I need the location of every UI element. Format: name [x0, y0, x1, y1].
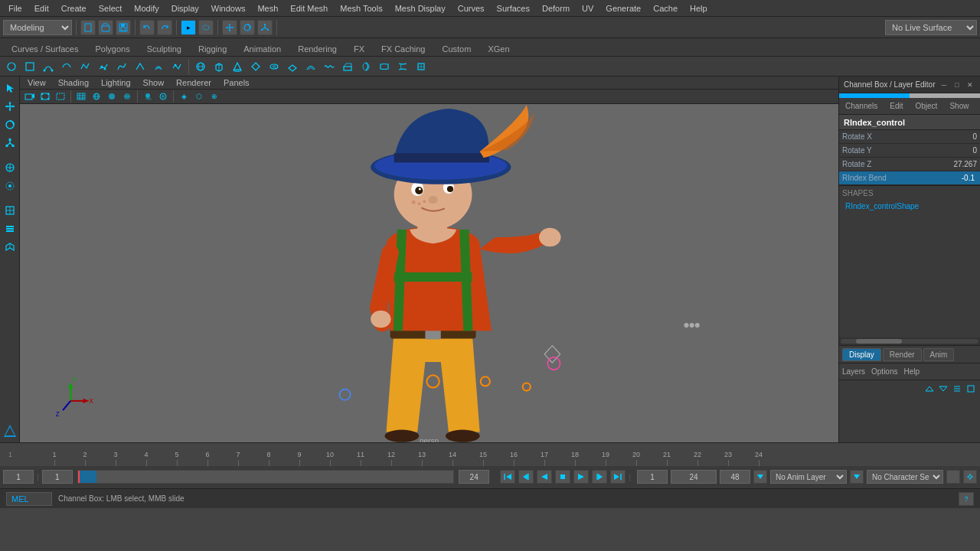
surface-birail-tool[interactable] [394, 58, 411, 75]
tab-rendering[interactable]: Rendering [289, 41, 345, 56]
surface-square-tool[interactable] [413, 58, 430, 75]
move-tool-btn[interactable] [222, 20, 237, 35]
menu-generate[interactable]: Generate [600, 2, 646, 15]
vp-camera-btn[interactable] [23, 90, 37, 103]
surface-sphere-tool[interactable] [192, 58, 209, 75]
surface-revolve-tool[interactable] [358, 58, 374, 75]
menu-edit-mesh[interactable]: Edit Mesh [285, 2, 333, 15]
cb-close-btn[interactable]: ✕ [965, 80, 975, 90]
curve-tool-6[interactable] [95, 58, 112, 75]
timeline-scrubber[interactable] [77, 470, 454, 484]
range-end-field[interactable]: 24 [459, 470, 489, 484]
tab-animation[interactable]: Animation [235, 41, 289, 56]
tab-fx[interactable]: FX [345, 41, 373, 56]
surface-cube-tool[interactable] [211, 58, 227, 75]
surface-bend-tool[interactable] [302, 58, 319, 75]
vp-wireframe-btn[interactable] [90, 90, 103, 103]
channel-rotate-y[interactable]: Rotate Y 0 [839, 144, 980, 158]
layer-icon-3[interactable] [951, 383, 963, 395]
menu-uv[interactable]: UV [577, 2, 599, 15]
viewport-menu-show[interactable]: Show [139, 77, 169, 89]
surface-loft-tool[interactable] [376, 58, 393, 75]
viewport-menu-renderer[interactable]: Renderer [172, 77, 216, 89]
curve-tool-4[interactable] [58, 58, 75, 75]
open-scene-btn[interactable] [98, 20, 113, 35]
menu-modify[interactable]: Modify [129, 2, 164, 15]
surface-wave-tool[interactable] [321, 58, 338, 75]
menu-deform[interactable]: Deform [537, 2, 575, 15]
viewport-menu-view[interactable]: View [23, 77, 51, 89]
playback-end-field[interactable]: 24 [671, 470, 717, 484]
layer-tab-options[interactable]: Options [871, 367, 897, 376]
layer-button[interactable] [2, 239, 18, 256]
anim-layer-options-btn[interactable] [850, 470, 864, 484]
stop-btn[interactable] [555, 470, 570, 484]
vp-shaded-btn[interactable] [105, 90, 119, 103]
menu-windows[interactable]: Windows [206, 2, 251, 15]
menu-mesh-tools[interactable]: Mesh Tools [335, 2, 387, 15]
curve-tool-9[interactable] [150, 58, 167, 75]
char-set-select[interactable]: No Character Set [867, 470, 943, 484]
menu-file[interactable]: File [3, 2, 28, 15]
layer-icon-4[interactable] [965, 383, 977, 395]
channel-rotate-z[interactable]: Rotate Z 27.267 [839, 158, 980, 171]
playback-options-btn[interactable] [753, 470, 767, 484]
select-tool-btn[interactable]: ▸ [181, 20, 196, 35]
curve-tool-10[interactable] [168, 58, 185, 75]
vp-ao-btn[interactable] [156, 90, 170, 103]
tab-curves-surfaces[interactable]: Curves / Surfaces [3, 41, 87, 56]
menu-cache[interactable]: Cache [648, 2, 683, 15]
surface-torus-tool[interactable] [266, 58, 283, 75]
playback-start-field[interactable] [637, 470, 668, 484]
dra-tab-anim[interactable]: Anim [923, 348, 955, 361]
channel-tab-edit[interactable]: Edit [887, 100, 906, 112]
curve-tool-3[interactable] [40, 58, 57, 75]
menu-display[interactable]: Display [166, 2, 204, 15]
layer-tab-help[interactable]: Help [903, 367, 920, 376]
curve-tool-5[interactable] [77, 58, 93, 75]
surface-diamond-tool[interactable] [247, 58, 264, 75]
step-back-btn[interactable] [518, 470, 534, 484]
viewport-menu-shading[interactable]: Shading [54, 77, 93, 89]
vp-texture-btn[interactable] [120, 90, 134, 103]
display-layer-tool[interactable] [2, 220, 18, 237]
dra-tab-render[interactable]: Render [883, 348, 922, 361]
rotate-tool-btn[interactable] [240, 20, 255, 35]
undo-btn[interactable] [139, 20, 155, 35]
show-hide-tool[interactable] [2, 202, 18, 219]
rotate-tool[interactable] [2, 116, 18, 133]
menu-surfaces[interactable]: Surfaces [492, 2, 535, 15]
tab-rigging[interactable]: Rigging [190, 41, 235, 56]
layer-icon-1[interactable] [923, 383, 936, 395]
layer-tab-layers[interactable]: Layers [842, 367, 865, 376]
menu-edit[interactable]: Edit [29, 2, 54, 15]
range-start-field[interactable]: 1 [42, 470, 73, 484]
new-scene-btn[interactable] [80, 20, 96, 35]
curve-tool-7[interactable] [113, 58, 130, 75]
settings-btn[interactable] [963, 470, 977, 484]
viewport-menu-panels[interactable]: Panels [219, 77, 254, 89]
workspace-dropdown[interactable]: Modeling Rigging Animation Rendering [3, 20, 72, 35]
layer-icon-2[interactable] [937, 383, 949, 395]
curve-tool-8[interactable] [132, 58, 149, 75]
surface-extrude-tool[interactable] [339, 58, 356, 75]
scale-tool[interactable] [2, 135, 18, 152]
vp-show-all-btn[interactable]: ⊕ [207, 90, 221, 103]
viewport-menu-lighting[interactable]: Lighting [96, 77, 136, 89]
vp-grid-btn[interactable] [74, 90, 88, 103]
vp-xray-btn[interactable]: ⬡ [192, 90, 206, 103]
vp-resolution-btn[interactable] [54, 90, 67, 103]
tab-polygons[interactable]: Polygons [87, 41, 138, 56]
channel-box-scrollbar[interactable] [839, 337, 980, 345]
step-fwd-btn[interactable] [592, 470, 607, 484]
channel-rotate-x[interactable]: Rotate X 0 [839, 130, 980, 144]
universal-manip-tool[interactable] [2, 159, 18, 176]
tab-fx-caching[interactable]: FX Caching [373, 41, 433, 56]
surface-cone-tool[interactable] [229, 58, 246, 75]
anim-layer-select[interactable]: No Anim Layer [770, 470, 847, 484]
channel-rindex-bend[interactable]: RIndex Bend -0.1 [839, 171, 980, 185]
cb-minimize-btn[interactable]: ─ [939, 80, 949, 90]
lasso-select-btn[interactable] [198, 20, 214, 35]
play-fwd-btn[interactable] [573, 470, 589, 484]
live-surface-dropdown[interactable]: No Live Surface [885, 20, 977, 35]
